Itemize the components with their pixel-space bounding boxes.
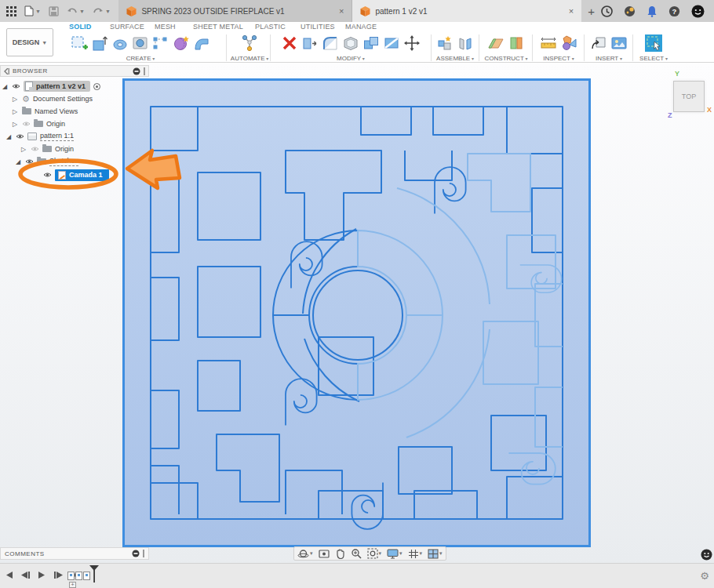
expander-icon[interactable]: ▷ [13,108,19,115]
new-tab-button[interactable]: + [581,0,601,22]
sweep-icon[interactable] [192,34,211,53]
form-icon[interactable] [172,34,191,53]
ribbon-tab-manage[interactable]: MANAGE [345,23,377,31]
viewcube-face-label[interactable]: TOP [682,93,696,100]
comments-minus-icon[interactable] [132,550,140,557]
display-settings-icon[interactable]: ▾ [387,549,403,559]
browser-item-origin[interactable]: ▷ Origin [13,118,65,130]
construct-group-label[interactable]: CONSTRUCT [485,55,528,62]
hole-icon[interactable] [131,34,150,53]
automate-icon[interactable] [240,34,259,53]
save-icon[interactable] [49,6,59,16]
automate-group-label[interactable]: AUTOMATE [231,55,268,62]
section-analysis-icon[interactable] [559,34,578,53]
feedback-smiley-icon[interactable] [701,549,712,561]
selected-sketch-pill[interactable]: Camada 1 [55,169,109,181]
expander-icon[interactable]: ▷ [21,146,27,153]
look-at-icon[interactable] [319,549,330,559]
delete-icon[interactable] [280,34,299,53]
create-sketch-icon[interactable] [70,34,89,53]
extrude-icon[interactable] [90,34,109,53]
rectangular-pattern-icon[interactable] [151,34,170,53]
create-group-label[interactable]: CREATE [126,55,155,62]
activate-component-radio[interactable] [93,83,100,90]
undo-icon[interactable]: ▼ [67,7,85,16]
browser-item-root[interactable]: ◢ pattern 1 v2 v1 [2,80,100,93]
visibility-eye-icon[interactable] [12,83,20,89]
step-back-button[interactable] [20,571,31,579]
move-copy-icon[interactable] [403,34,421,53]
insert-group-label[interactable]: INSERT [596,55,622,62]
select-group-label[interactable]: SELECT [639,55,668,62]
press-pull-icon[interactable] [301,34,319,53]
ribbon-tab-sheet-metal[interactable]: SHEET METAL [193,23,243,31]
pan-icon[interactable] [335,548,345,559]
fillet-icon[interactable] [321,34,340,53]
inspect-group-label[interactable]: INSPECT [543,55,574,62]
browser-item-pattern-component[interactable]: ◢ pattern 1:1 [6,130,74,143]
job-status-icon[interactable] [601,5,613,17]
close-tab-icon[interactable]: × [569,6,574,16]
root-item-pill[interactable]: pattern 1 v2 v1 [24,81,90,92]
document-tab-2[interactable]: pattern 1 v2 v1 × [352,0,581,22]
visibility-eye-icon[interactable] [43,172,52,178]
assemble-group-label[interactable]: ASSEMBLE [436,55,474,62]
browser-item-named-views[interactable]: ▷ Named Views [13,105,78,118]
ribbon-tab-solid[interactable]: SOLID [69,23,92,31]
app-grid-icon[interactable] [6,6,16,16]
step-forward-button[interactable] [53,571,64,579]
ribbon-tab-surface[interactable]: SURFACE [110,23,144,31]
close-tab-icon[interactable]: × [339,6,344,16]
visibility-eye-off-icon[interactable] [22,121,31,127]
visibility-eye-icon[interactable] [16,133,24,140]
comments-bar[interactable]: COMMENTS [0,547,149,560]
orbit-icon[interactable]: ▾ [297,548,313,560]
ribbon-tab-utilities[interactable]: UTILITIES [301,23,335,31]
new-component-icon[interactable] [435,34,454,53]
timeline-feature-markers[interactable] [67,572,90,580]
browser-minus-icon[interactable] [133,67,140,75]
visibility-eye-off-icon[interactable] [31,146,39,152]
ribbon-tab-mesh[interactable]: MESH [155,23,176,31]
settings-gear-icon[interactable]: ⚙ [700,570,709,582]
browser-item-sketches[interactable]: ◢ Sketches [16,155,78,168]
play-button[interactable] [38,571,46,579]
offset-plane-icon[interactable] [507,34,526,53]
grid-display-icon[interactable]: ▾ [408,549,423,559]
document-tab-1[interactable]: SPRING 2023 OUTSIDE FIREPLACE v1 × [118,0,352,22]
joint-icon[interactable] [456,34,475,53]
timeline-feature-sketch[interactable] [67,572,75,580]
expander-icon[interactable]: ▷ [13,96,19,103]
split-body-icon[interactable] [382,34,401,53]
expander-icon[interactable]: ◢ [16,158,22,165]
go-to-start-button[interactable] [5,571,13,579]
visibility-eye-icon[interactable] [25,158,34,165]
redo-icon[interactable]: ▼ [93,7,111,16]
expander-icon[interactable]: ▷ [13,121,19,128]
fit-icon[interactable]: ▾ [367,548,382,559]
timeline-feature-sketch[interactable] [75,572,82,580]
revolve-icon[interactable] [111,34,129,53]
ribbon-tab-plastic[interactable]: PLASTIC [255,23,286,31]
zoom-icon[interactable] [351,548,362,559]
measure-icon[interactable] [539,34,558,53]
combine-icon[interactable] [362,34,381,53]
insert-derive-icon[interactable] [589,34,608,53]
sketch-pattern[interactable] [122,78,591,547]
canvas-icon[interactable] [610,34,628,53]
select-icon[interactable] [644,34,663,53]
collapse-browser-icon[interactable] [4,68,9,74]
expander-icon[interactable]: ◢ [6,133,13,140]
help-icon[interactable]: ? [668,5,680,17]
viewcube[interactable]: TOP [673,81,705,112]
browser-item-origin-2[interactable]: ▷ Origin [21,143,74,155]
construction-plane-icon[interactable] [486,34,505,53]
file-menu-icon[interactable]: ▼ [24,5,41,16]
modify-group-label[interactable]: MODIFY [337,55,365,62]
browser-item-camada-1[interactable]: Camada 1 [43,168,109,182]
browser-item-document-settings[interactable]: ▷ ⚙ Document Settings [13,93,93,105]
timeline-playhead[interactable] [89,565,99,583]
panel-resize-handle[interactable] [144,67,145,75]
notifications-bell-icon[interactable] [647,5,658,17]
extensions-icon[interactable] [624,5,636,17]
